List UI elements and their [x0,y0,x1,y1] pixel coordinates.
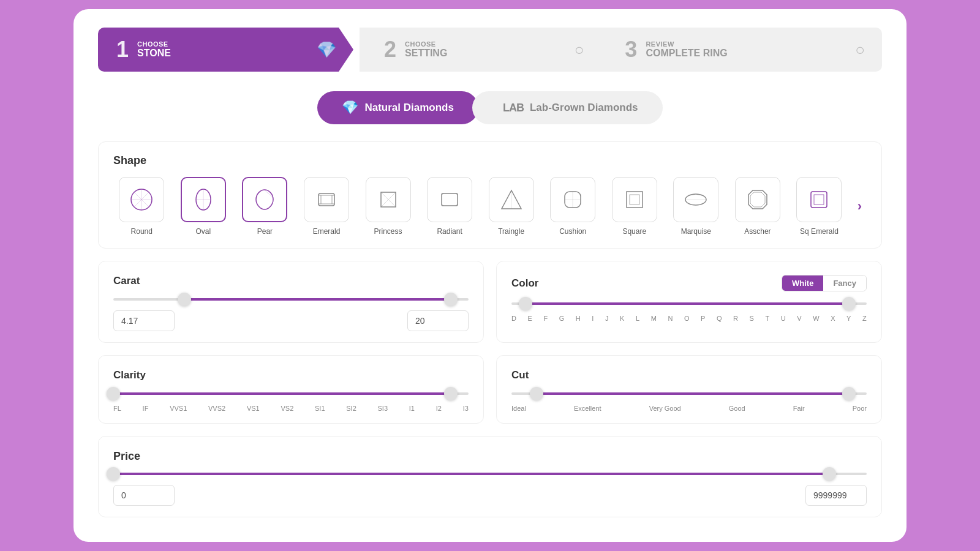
svg-line-15 [381,192,388,200]
cut-thumb-right[interactable] [842,387,856,400]
filter-grid: Carat Color White Fancy [98,261,882,424]
shape-marquise[interactable]: Marquise [668,177,725,236]
cut-slider[interactable] [511,392,867,395]
price-input-row [113,485,867,506]
svg-marker-34 [750,192,765,207]
fancy-toggle[interactable]: Fancy [823,276,866,291]
lab-grown-tab[interactable]: LAB Lab-Grown Diamonds [472,91,663,124]
shape-oval[interactable]: Oval [175,177,232,236]
shape-triangle-box [489,177,534,222]
shape-oval-box [181,177,226,222]
svg-line-16 [388,192,396,200]
carat-max-input[interactable] [407,310,469,331]
circle-icon-2: ○ [575,40,584,59]
svg-rect-30 [630,195,639,204]
cut-header: Cut [511,369,867,381]
carat-thumb-left[interactable] [178,293,191,306]
shape-square-label: Square [622,227,646,236]
shape-asscher[interactable]: Asscher [729,177,786,236]
cut-fill [537,392,849,395]
price-max-input[interactable] [805,485,867,506]
stepper: 1 CHOOSE STONE 💎 2 CHOOSE SETTING ○ 3 RE… [98,28,882,72]
white-toggle[interactable]: White [782,276,823,291]
clarity-fill [113,392,451,395]
carat-track [113,298,469,301]
shape-triangle[interactable]: Traingle [483,177,540,236]
svg-rect-35 [811,192,827,208]
step2-number: 2 [384,37,396,62]
price-thumb-left[interactable] [107,467,120,481]
price-title: Price [113,450,867,463]
ring-icon: ○ [855,40,865,59]
clarity-labels: FLIF VVS1VVS2 VS1VS2 SI1SI2 SI3I1 I2I3 [113,405,469,412]
clarity-title: Clarity [113,369,146,381]
shape-pear[interactable]: Pear [236,177,293,236]
clarity-thumb-right[interactable] [444,387,458,400]
color-slider[interactable] [511,302,867,305]
step1-number: 1 [116,37,129,62]
clarity-track [113,392,469,395]
shape-cushion[interactable]: Cushion [545,177,601,236]
shape-title: Shape [113,154,867,167]
shape-round-label: Round [131,227,153,236]
svg-rect-36 [814,195,824,204]
clarity-card: Clarity FLIF VVS1VVS2 VS1VS2 SI1SI2 SI3I… [98,355,484,424]
carat-title: Carat [113,275,140,287]
shape-emerald-box [304,177,349,222]
shape-radiant-label: Radiant [437,227,462,236]
carat-thumb-right[interactable] [444,293,458,306]
main-card: 1 CHOOSE STONE 💎 2 CHOOSE SETTING ○ 3 RE… [74,9,907,542]
step-2[interactable]: 2 CHOOSE SETTING ○ [360,28,601,72]
shape-sq-emerald-label: Sq Emerald [800,227,839,236]
shape-cushion-box [550,177,595,222]
color-thumb-right[interactable] [842,297,856,310]
natural-diamonds-tab[interactable]: 💎 Natural Diamonds [317,91,478,124]
diamond-icon: 💎 [317,40,336,59]
shape-asscher-label: Asscher [744,227,771,236]
color-track [511,302,867,305]
step-1[interactable]: 1 CHOOSE STONE 💎 [98,28,353,72]
shape-marquise-box [673,177,718,222]
cut-thumb-left[interactable] [530,387,543,400]
shape-emerald-label: Emerald [313,227,341,236]
shape-square[interactable]: Square [606,177,663,236]
shape-section: Shape Round Oval Pear [98,141,882,249]
clarity-slider[interactable] [113,392,469,395]
shape-oval-label: Oval [196,227,211,236]
color-title: Color [511,277,538,290]
cut-card: Cut Ideal Excellent Very Good Good Fair … [496,355,882,424]
shape-round[interactable]: Round [113,177,170,236]
shape-pear-box [242,177,287,222]
shape-emerald[interactable]: Emerald [298,177,355,236]
shape-radiant[interactable]: Radiant [421,177,478,236]
shape-radiant-box [427,177,472,222]
svg-line-17 [381,200,388,207]
step3-label: REVIEW COMPLETE RING [646,40,727,59]
diamond-tab-icon: 💎 [342,100,358,116]
price-slider[interactable] [113,473,867,475]
shape-pear-label: Pear [257,227,273,236]
price-thumb-right[interactable] [823,467,836,481]
svg-line-18 [388,200,396,207]
price-fill [113,473,829,475]
clarity-thumb-left[interactable] [107,387,120,400]
shape-sq-emerald[interactable]: Sq Emerald [791,177,848,236]
carat-min-input[interactable] [113,310,175,331]
shape-triangle-label: Traingle [498,227,524,236]
clarity-header: Clarity [113,369,469,381]
shape-next-arrow[interactable]: › [853,193,867,219]
price-min-input[interactable] [113,485,175,506]
lab-icon: LAB [503,102,524,114]
step-3[interactable]: 3 REVIEW COMPLETE RING ○ [600,28,882,72]
svg-rect-19 [442,193,458,206]
shape-square-box [612,177,657,222]
step3-number: 3 [625,37,637,62]
color-toggle: White Fancy [782,275,867,291]
step1-label: CHOOSE STONE [137,40,171,59]
shape-round-box [119,177,164,222]
cut-labels: Ideal Excellent Very Good Good Fair Poor [511,405,867,412]
carat-card: Carat [98,261,484,343]
carat-slider[interactable] [113,298,469,301]
color-thumb-left[interactable] [519,297,532,310]
shape-princess[interactable]: Princess [360,177,417,236]
